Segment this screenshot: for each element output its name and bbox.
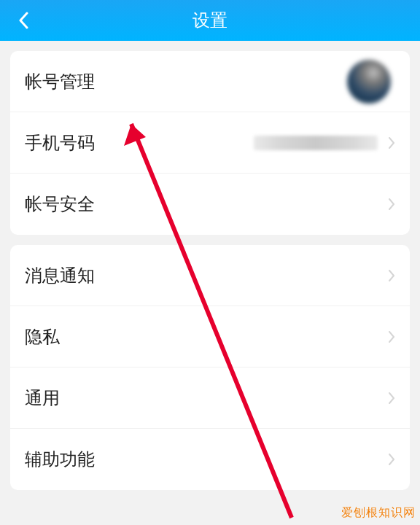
chevron-right-icon <box>388 453 395 466</box>
settings-group-general: 消息通知 隐私 通用 辅助功能 <box>10 245 410 490</box>
row-notifications[interactable]: 消息通知 <box>10 245 410 306</box>
chevron-right-icon <box>388 269 395 282</box>
chevron-right-icon <box>388 198 395 211</box>
page-title: 设置 <box>0 9 420 32</box>
watermark: 爱刨根知识网 <box>341 505 416 521</box>
phone-value-redacted <box>254 136 378 150</box>
row-label: 帐号管理 <box>25 70 95 93</box>
row-label: 手机号码 <box>25 131 95 155</box>
chevron-right-icon <box>388 330 395 343</box>
avatar <box>347 60 391 104</box>
row-account-manage[interactable]: 帐号管理 <box>10 51 410 112</box>
header-bar: 设置 <box>0 0 420 41</box>
row-privacy[interactable]: 隐私 <box>10 306 410 368</box>
row-phone-number[interactable]: 手机号码 <box>10 112 410 174</box>
row-general[interactable]: 通用 <box>10 368 410 429</box>
chevron-left-icon <box>18 12 28 29</box>
settings-group-account: 帐号管理 手机号码 帐号安全 <box>10 51 410 235</box>
row-label: 隐私 <box>25 325 60 349</box>
back-button[interactable] <box>13 10 34 31</box>
chevron-right-icon <box>388 136 395 149</box>
row-label: 通用 <box>25 386 60 410</box>
row-label: 辅助功能 <box>25 448 95 471</box>
row-accessibility[interactable]: 辅助功能 <box>10 429 410 490</box>
row-account-security[interactable]: 帐号安全 <box>10 174 410 235</box>
chevron-right-icon <box>388 392 395 405</box>
row-label: 帐号安全 <box>25 192 95 216</box>
row-label: 消息通知 <box>25 264 95 287</box>
